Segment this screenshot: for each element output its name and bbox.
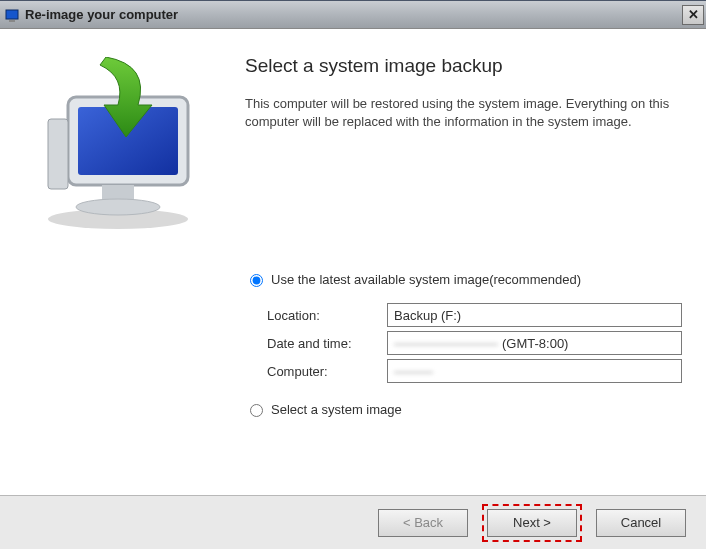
content-area: Select a system image backup This comput…: [0, 29, 706, 495]
text-datetime-tz: (GMT-8:00): [502, 336, 568, 351]
next-button-label: Next >: [513, 515, 551, 530]
text-location: Backup (F:): [394, 308, 461, 323]
window-title: Re-image your computer: [25, 7, 682, 22]
label-location: Location:: [267, 308, 387, 323]
svg-point-6: [76, 199, 160, 215]
value-location: Backup (F:): [387, 303, 682, 327]
next-button-highlight: Next >: [482, 504, 582, 542]
close-icon: ✕: [688, 7, 699, 22]
titlebar: Re-image your computer ✕: [0, 1, 706, 29]
value-computer: ———: [387, 359, 682, 383]
button-bar: < Back Next > Cancel: [0, 495, 706, 549]
page-description: This computer will be restored using the…: [245, 95, 682, 131]
close-button[interactable]: ✕: [682, 5, 704, 25]
back-button[interactable]: < Back: [378, 509, 468, 537]
option-use-latest[interactable]: Use the latest available system image(re…: [245, 271, 682, 287]
app-icon: [4, 7, 20, 23]
back-button-label: < Back: [403, 515, 443, 530]
cancel-button[interactable]: Cancel: [596, 509, 686, 537]
svg-rect-1: [9, 20, 15, 22]
text-computer-redacted: ———: [394, 364, 433, 379]
option-select-image[interactable]: Select a system image: [245, 401, 682, 417]
row-datetime: Date and time: ———————— (GMT-8:00): [267, 331, 682, 355]
label-computer: Computer:: [267, 364, 387, 379]
option-use-latest-label: Use the latest available system image(re…: [271, 272, 581, 287]
cancel-button-label: Cancel: [621, 515, 661, 530]
next-button[interactable]: Next >: [487, 509, 577, 537]
wizard-window: Re-image your computer ✕: [0, 0, 706, 549]
label-datetime: Date and time:: [267, 336, 387, 351]
value-datetime: ———————— (GMT-8:00): [387, 331, 682, 355]
restore-graphic-icon: [18, 57, 218, 227]
row-computer: Computer: ———: [267, 359, 682, 383]
radio-use-latest[interactable]: [250, 274, 263, 287]
option-select-image-label: Select a system image: [271, 402, 402, 417]
row-location: Location: Backup (F:): [267, 303, 682, 327]
right-pane: Select a system image backup This comput…: [235, 29, 706, 495]
svg-rect-7: [48, 119, 68, 189]
page-heading: Select a system image backup: [245, 55, 682, 77]
svg-rect-0: [6, 10, 18, 19]
text-datetime-redacted: ————————: [394, 336, 498, 351]
latest-image-details: Location: Backup (F:) Date and time: ———…: [267, 303, 682, 383]
left-pane: [0, 29, 235, 495]
radio-select-image[interactable]: [250, 404, 263, 417]
